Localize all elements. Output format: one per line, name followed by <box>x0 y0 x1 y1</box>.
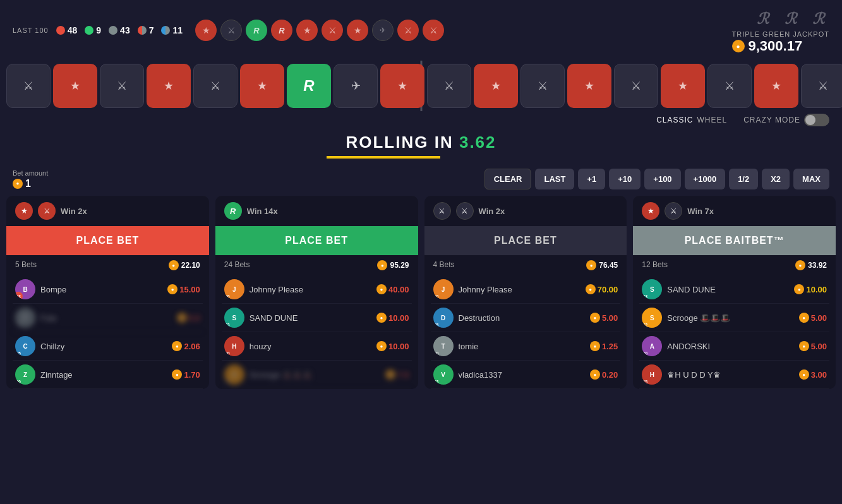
bet-amount-3-2: ● 5.00 <box>799 341 827 351</box>
col3-header: ⚔ ⚔ Win 2x <box>424 196 627 226</box>
col4-win-badge: Win 7x <box>687 207 714 216</box>
progress-bar <box>327 156 440 159</box>
hist-item-2[interactable]: R <box>246 20 267 41</box>
col1-icon2: ⚔ <box>38 202 56 220</box>
stat-dot-red <box>56 26 65 35</box>
username-0-3: Zinntage <box>40 370 167 380</box>
col1-bet-list: B 63 Bompe ● 15.00 F 22 Fate ● 5.0 <box>6 275 209 389</box>
crazy-mode-toggle[interactable] <box>804 114 829 126</box>
game-column-3: ⚔ ⚔ Win 2x Place Bet 4 Bets ● 76.45 J 80… <box>424 196 627 389</box>
btn-half[interactable]: 1/2 <box>729 169 758 189</box>
col3-coin: ● <box>586 260 596 270</box>
jackpot-r-icon-2: ℛ <box>779 8 802 30</box>
col2-icon1: R <box>224 202 242 220</box>
col3-icon1: ⚔ <box>433 202 451 220</box>
btn-x2[interactable]: X2 <box>762 169 790 189</box>
btn-last[interactable]: LAST <box>535 169 574 189</box>
hist-item-4[interactable]: ★ <box>296 20 318 41</box>
avatar: T 20 <box>433 336 454 356</box>
mode-crazy: Crazy Mode <box>743 116 800 124</box>
btn-clear[interactable]: CLEAR <box>484 169 532 189</box>
btn-max[interactable]: MAX <box>793 169 829 189</box>
col4-place-bet-btn[interactable]: Place BaitBet™ <box>633 226 836 255</box>
col1-stats: 5 Bets ● 22.10 <box>6 255 209 275</box>
stat-blue-half: 11 <box>161 25 183 35</box>
col1-total: ● 22.10 <box>169 260 200 270</box>
avatar: B 63 <box>15 279 35 299</box>
avatar: S 72 <box>642 308 662 328</box>
hist-item-9[interactable]: ⚔ <box>423 20 444 41</box>
reel-item-14: ★ <box>661 64 705 108</box>
progress-bar-container <box>327 156 516 159</box>
reel-strip: ⚔ ★ ⚔ ★ ⚔ ★ R ✈ ★ ⚔ ★ ⚔ ★ ⚔ ★ ⚔ ★ ⚔ ★ <box>0 61 842 111</box>
mode-wheel[interactable]: WHEEL <box>697 116 728 124</box>
col2-place-bet-btn[interactable]: Place Bet <box>215 226 418 255</box>
game-column-2: R Win 14x Place Bet 24 Bets ● 95.29 J 80… <box>215 196 418 389</box>
username-2-1: Destruction <box>459 313 585 323</box>
reel-item-4: ⚔ <box>193 64 238 108</box>
bet-amount-value: ● 1 <box>13 178 48 189</box>
bet-amount-0-3: ● 1.70 <box>172 369 200 380</box>
hist-item-7[interactable]: ✈ <box>372 20 394 41</box>
table-row: S 73 SAND DUNE ● 10.00 <box>222 304 412 332</box>
btn-plus100[interactable]: +100 <box>644 169 680 189</box>
controls-bar: CLASSIC WHEEL Crazy Mode <box>0 111 842 129</box>
username-1-2: houzy <box>250 342 371 351</box>
hist-item-8[interactable]: ⚔ <box>397 20 419 41</box>
col4-stats: 12 Bets ● 33.92 <box>633 255 836 275</box>
reel-item-12: ★ <box>567 64 611 108</box>
col3-place-bet-btn[interactable]: Place Bet <box>424 226 627 255</box>
game-column-4: ★ ⚔ Win 7x Place BaitBet™ 12 Bets ● 33.9… <box>633 196 836 389</box>
bet-amount-3-0: ● 10.00 <box>794 284 827 294</box>
reel-item-active: R <box>287 64 331 108</box>
stat-green: 9 <box>85 25 101 35</box>
reel-item-17: ⚔ <box>801 64 842 108</box>
col2-win-badge: Win 14x <box>247 207 278 216</box>
stat-dot-blue-half <box>161 26 170 35</box>
avatar: S 73 <box>224 308 244 328</box>
bet-amount-3-1: ● 5.00 <box>799 313 827 323</box>
username-2-0: Johnny Please <box>459 285 580 294</box>
top-bar: LAST 100 48 9 43 7 11 ★ ⚔ R R ★ ⚔ ★ ✈ ⚔ … <box>0 0 842 61</box>
mode-classic[interactable]: CLASSIC <box>656 116 693 124</box>
col3-stats: 4 Bets ● 76.45 <box>424 255 627 275</box>
col1-coin: ● <box>169 260 179 270</box>
username-3-0: SAND DUNE <box>667 285 789 294</box>
btn-plus1000[interactable]: +1000 <box>685 169 726 189</box>
col4-icon1: ★ <box>642 202 659 220</box>
table-row: C 15 Chillzy ● 2.06 <box>13 332 203 361</box>
table-row: V 43 vladica1337 ● 0.20 <box>431 361 621 389</box>
hist-item-6[interactable]: ★ <box>347 20 368 41</box>
bet-amount-1-1: ● 10.00 <box>376 313 409 323</box>
hist-item-0[interactable]: ★ <box>195 20 217 41</box>
stat-gray: 43 <box>109 25 130 35</box>
jackpot-icons: ℛ ℛ ℛ <box>732 8 829 30</box>
avatar: H 80 <box>224 336 244 356</box>
table-row: A 80 ANDORSKI ● 5.00 <box>639 332 829 361</box>
jackpot-r-icon-1: ℛ <box>751 8 774 30</box>
col1-place-bet-btn[interactable]: Place Bet <box>6 226 209 255</box>
col1-win-badge: Win 2x <box>61 207 87 216</box>
bet-amount-3-3: ● 3.00 <box>799 369 827 380</box>
rolling-text: ROLLING IN 3.62 <box>4 133 838 152</box>
history-circles: ★ ⚔ R R ★ ⚔ ★ ✈ ⚔ ⚔ <box>195 20 444 41</box>
hist-item-3[interactable]: R <box>271 20 292 41</box>
hist-item-5[interactable]: ⚔ <box>322 20 343 41</box>
reel-item-13: ⚔ <box>614 64 658 108</box>
avatar: D 35 <box>433 308 454 328</box>
jackpot-label: TRIPLE GREEN JACKPOT <box>732 30 829 38</box>
bet-amount-0-1: ● 5.0 <box>177 313 200 323</box>
jackpot-r-icon-3: ℛ <box>807 8 829 30</box>
last-100-label: LAST 100 <box>13 27 49 34</box>
btn-plus10[interactable]: +10 <box>609 169 641 189</box>
game-columns: ★ ⚔ Win 2x Place Bet 5 Bets ● 22.10 B 63… <box>0 196 842 389</box>
hist-item-1[interactable]: ⚔ <box>220 20 242 41</box>
jackpot-section: ℛ ℛ ℛ TRIPLE GREEN JACKPOT ● 9,300.17 <box>732 6 829 54</box>
reel-item-16: ★ <box>754 64 798 108</box>
reel-item-5: ★ <box>240 64 284 108</box>
btn-plus1[interactable]: +1 <box>578 169 605 189</box>
bet-amount-2-1: ● 5.00 <box>590 313 618 323</box>
bet-amount-2-3: ● 0.20 <box>590 369 618 380</box>
col3-bet-list: J 80 Johnny Please ● 70.00 D 35 Destruct… <box>424 275 627 389</box>
col1-icon1: ★ <box>15 202 33 220</box>
